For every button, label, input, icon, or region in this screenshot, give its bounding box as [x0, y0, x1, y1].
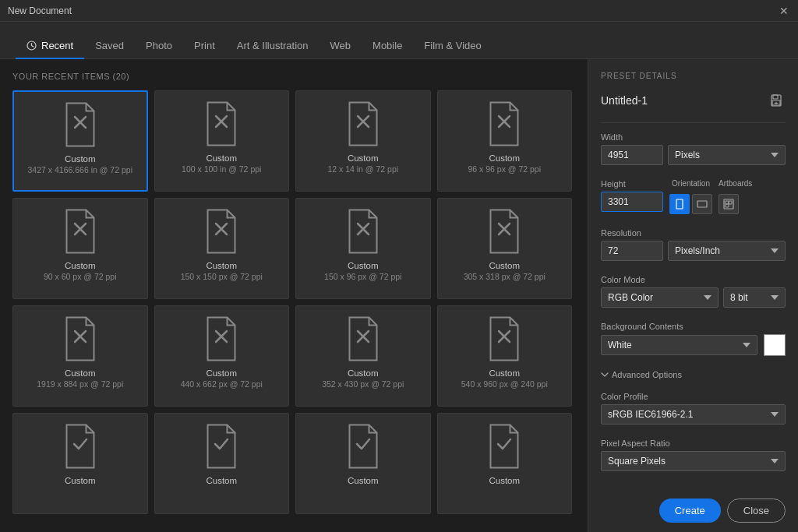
tab-saved[interactable]: Saved	[84, 33, 135, 59]
presets-grid: Custom 3427 x 4166.666 in @ 72 ppi Custo…	[12, 90, 575, 520]
preset-info: Custom	[65, 476, 96, 487]
resolution-label: Resolution	[601, 228, 786, 238]
tab-mobile[interactable]: Mobile	[362, 33, 413, 59]
height-input[interactable]	[601, 192, 663, 212]
pixel-aspect-label: Pixel Aspect Ratio	[601, 439, 786, 448]
resolution-unit-select[interactable]: Pixels/InchPixels/Centimeter	[668, 241, 786, 261]
artboard-toggle-button[interactable]	[719, 194, 739, 214]
preset-card[interactable]: Custom 100 x 100 in @ 72 ppi	[154, 90, 290, 192]
preset-card-name: Custom	[348, 476, 379, 485]
preset-card[interactable]: Custom 540 x 960 px @ 240 ppi	[437, 305, 573, 407]
preset-card[interactable]: Custom 90 x 60 px @ 72 ppi	[12, 198, 148, 299]
resolution-input-row: Pixels/InchPixels/Centimeter	[601, 241, 786, 261]
preset-card-name: Custom	[28, 154, 132, 164]
preset-icon	[60, 101, 101, 148]
preset-icon	[484, 208, 524, 255]
bottom-buttons: Create Close	[601, 492, 786, 523]
preset-card[interactable]: Custom 12 x 14 in @ 72 ppi	[295, 90, 431, 192]
color-bit-select[interactable]: 8 bit16 bit32 bit	[723, 287, 786, 308]
artboards-group: Artboards	[719, 179, 752, 214]
svg-rect-33	[697, 201, 707, 207]
right-panel: PRESET DETAILS Width PixelsInchesCentime…	[588, 59, 798, 532]
advanced-options-toggle[interactable]: Advanced Options	[601, 370, 786, 379]
close-dialog-button[interactable]: Close	[727, 499, 786, 523]
width-unit-select[interactable]: PixelsInchesCentimetersMillimetersPoints…	[668, 145, 786, 165]
preset-info: Custom	[348, 476, 379, 487]
tab-print[interactable]: Print	[183, 33, 226, 59]
preset-name-row	[601, 91, 786, 110]
tab-saved-label: Saved	[95, 40, 124, 51]
preset-card[interactable]: Custom	[12, 413, 148, 514]
title-bar: New Document ✕	[0, 0, 798, 22]
preset-card-size: 90 x 60 px @ 72 ppi	[44, 272, 117, 281]
artboards-buttons	[719, 194, 752, 214]
tab-recent[interactable]: Recent	[16, 33, 84, 59]
width-input[interactable]	[601, 145, 663, 165]
svg-rect-35	[726, 201, 729, 204]
portrait-icon	[674, 199, 685, 210]
preset-card[interactable]: Custom 3427 x 4166.666 in @ 72 ppi	[12, 90, 148, 192]
create-button[interactable]: Create	[659, 499, 721, 523]
preset-card[interactable]: Custom 150 x 96 px @ 72 ppi	[295, 198, 431, 299]
tab-film[interactable]: Film & Video	[413, 33, 492, 59]
preset-name-input[interactable]	[601, 94, 767, 107]
preset-icon	[60, 315, 101, 362]
preset-icon	[201, 423, 242, 470]
pixel-aspect-select[interactable]: Square PixelsD1/DV NTSC (0.91)D1/DV PAL …	[601, 451, 786, 471]
svg-rect-32	[676, 199, 683, 209]
width-label: Width	[601, 132, 786, 142]
preset-card[interactable]: Custom 440 x 662 px @ 72 ppi	[154, 305, 290, 407]
svg-rect-28	[773, 95, 778, 99]
tab-photo[interactable]: Photo	[135, 33, 183, 59]
preset-icon	[343, 100, 383, 147]
preset-card-name: Custom	[65, 476, 96, 485]
tab-web[interactable]: Web	[320, 33, 362, 59]
color-profile-label: Color Profile	[601, 392, 786, 401]
preset-card-size: 100 x 100 in @ 72 ppi	[182, 164, 261, 174]
artboards-label: Artboards	[719, 179, 752, 188]
preset-icon	[484, 315, 524, 362]
orientation-buttons	[669, 194, 712, 214]
clock-icon	[26, 41, 37, 51]
preset-info: Custom 100 x 100 in @ 72 ppi	[182, 153, 261, 174]
save-preset-button[interactable]	[767, 91, 786, 110]
preset-card[interactable]: Custom	[295, 413, 431, 514]
preset-card-name: Custom	[322, 368, 404, 378]
preset-info: Custom 90 x 60 px @ 72 ppi	[44, 261, 117, 281]
preset-info: Custom 12 x 14 in @ 72 ppi	[327, 153, 398, 174]
background-color-swatch[interactable]	[764, 334, 786, 356]
preset-card-name: Custom	[182, 153, 261, 163]
preset-card[interactable]: Custom 96 x 96 px @ 72 ppi	[437, 90, 573, 192]
tab-photo-label: Photo	[146, 40, 172, 51]
background-contents-field-group: Background Contents WhiteBlackBackground…	[601, 322, 786, 362]
preset-info: Custom 540 x 960 px @ 240 ppi	[461, 368, 548, 389]
window-close-button[interactable]: ✕	[778, 5, 790, 17]
height-orientation-row: Height Orientation	[601, 179, 786, 214]
resolution-input[interactable]	[601, 241, 663, 261]
color-mode-select[interactable]: RGB ColorCMYK ColorLab ColorBitmapGraysc…	[601, 287, 719, 308]
preset-card[interactable]: Custom	[437, 413, 573, 514]
height-label: Height	[601, 179, 663, 188]
preset-info: Custom	[489, 476, 520, 487]
background-select[interactable]: WhiteBlackBackground ColorTransparentCus…	[601, 335, 757, 355]
landscape-button[interactable]	[692, 194, 712, 214]
tab-mobile-label: Mobile	[373, 40, 402, 51]
background-contents-row: WhiteBlackBackground ColorTransparentCus…	[601, 334, 786, 356]
preset-icon	[343, 315, 383, 362]
preset-card-name: Custom	[461, 368, 548, 378]
preset-card-size: 305 x 318 px @ 72 ppi	[464, 272, 546, 281]
preset-details-title: PRESET DETAILS	[601, 72, 786, 80]
portrait-button[interactable]	[669, 194, 690, 214]
color-profile-select[interactable]: sRGB IEC61966-2.1Adobe RGB (1998)ProPhot…	[601, 404, 786, 425]
color-mode-input-row: RGB ColorCMYK ColorLab ColorBitmapGraysc…	[601, 287, 786, 308]
preset-icon	[60, 423, 101, 470]
landscape-icon	[697, 199, 708, 210]
tab-art[interactable]: Art & Illustration	[226, 33, 320, 59]
preset-card[interactable]: Custom 352 x 430 px @ 72 ppi	[295, 305, 431, 407]
preset-card[interactable]: Custom 1919 x 884 px @ 72 ppi	[12, 305, 148, 407]
main-layout: YOUR RECENT ITEMS (20) Custom 3427 x 416…	[0, 59, 798, 532]
preset-card[interactable]: Custom	[154, 413, 290, 514]
preset-card[interactable]: Custom 150 x 150 px @ 72 ppi	[154, 198, 290, 299]
preset-card[interactable]: Custom 305 x 318 px @ 72 ppi	[437, 198, 573, 299]
divider-1	[601, 122, 786, 123]
